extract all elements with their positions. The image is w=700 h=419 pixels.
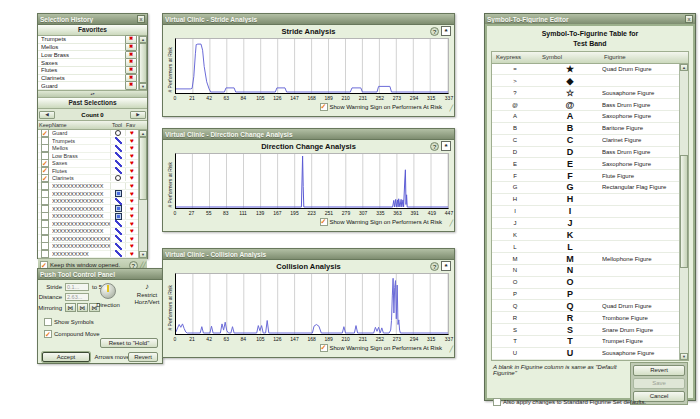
tool-cell[interactable] bbox=[110, 243, 125, 250]
scroll-up-icon[interactable]: ▲ bbox=[139, 36, 147, 43]
figurine-row[interactable]: NN bbox=[492, 265, 679, 277]
favorite-item[interactable]: Flutes✖ bbox=[38, 67, 138, 75]
distance-input[interactable]: 2.63... bbox=[65, 293, 89, 301]
resize-grip[interactable]: ╱ bbox=[449, 220, 452, 226]
push-tool-titlebar[interactable]: Push Tool Control Panel bbox=[38, 269, 162, 280]
past-selection-row[interactable]: XXXXXXXXXX♥ bbox=[38, 251, 138, 259]
fav-cell[interactable]: ♥ bbox=[125, 206, 138, 212]
apply-defaults-checkbox[interactable] bbox=[493, 398, 501, 406]
accept-button[interactable]: Accept bbox=[42, 352, 90, 362]
fav-cell[interactable]: ♥ bbox=[125, 168, 138, 174]
scroll-thumb[interactable] bbox=[139, 43, 147, 83]
tool-cell[interactable] bbox=[110, 130, 125, 136]
heart-icon[interactable]: ♥ bbox=[130, 153, 134, 159]
figurine-row[interactable]: CCClarinet Figure bbox=[492, 135, 679, 147]
tool-cell[interactable] bbox=[110, 220, 125, 227]
fav-cell[interactable]: ♥ bbox=[125, 145, 138, 151]
keep-checkbox[interactable] bbox=[41, 250, 49, 258]
stride-input[interactable]: 0.1... bbox=[65, 283, 89, 291]
collision-analysis-titlebar[interactable]: Virtual Clinic - Collision Analysis bbox=[163, 249, 454, 260]
figurine-row[interactable]: QQQuad Drum Figure bbox=[492, 300, 679, 312]
heart-icon[interactable]: ♥ bbox=[130, 236, 134, 242]
figurine-row[interactable]: =★Quad Drum Figure bbox=[492, 64, 679, 76]
figurine-row[interactable]: UUSousaphone Figure bbox=[492, 348, 679, 360]
scroll-track[interactable] bbox=[139, 43, 147, 83]
prev-selection-button[interactable]: ◀ bbox=[39, 111, 55, 119]
fav-cell[interactable]: ♥ bbox=[125, 228, 138, 234]
heart-icon[interactable]: ♥ bbox=[130, 175, 134, 181]
figurine-row[interactable]: TTTrumpet Figure bbox=[492, 336, 679, 348]
heart-icon[interactable]: ♥ bbox=[130, 251, 134, 257]
tool-cell[interactable] bbox=[110, 198, 125, 205]
mirror-horizontal-button[interactable]: ⋈ bbox=[65, 303, 76, 312]
figurine-row[interactable]: ?☆Sousaphone Figure bbox=[492, 87, 679, 99]
figurine-row[interactable]: LL bbox=[492, 241, 679, 253]
reset-to-hold-button[interactable]: Reset to "Hold" bbox=[100, 338, 158, 348]
scroll-track[interactable] bbox=[139, 137, 147, 251]
scroll-down-icon[interactable]: ▼ bbox=[139, 251, 147, 258]
figurine-row[interactable]: MMMellophone Figure bbox=[492, 253, 679, 265]
fav-cell[interactable]: ♥ bbox=[125, 221, 138, 227]
mirror-vertical-button[interactable]: ⋈ bbox=[77, 303, 88, 312]
keypress-column-header[interactable]: Keypress bbox=[492, 54, 538, 60]
tool-column-header[interactable]: Tool bbox=[112, 122, 126, 128]
figurine-column-header[interactable]: Figurine bbox=[602, 54, 679, 60]
tool-cell[interactable] bbox=[110, 137, 125, 144]
favorite-item[interactable]: Clarinets✖ bbox=[38, 75, 138, 83]
tool-cell[interactable] bbox=[110, 152, 125, 159]
show-warning-checkbox[interactable] bbox=[320, 344, 328, 352]
heart-icon[interactable]: ♥ bbox=[130, 183, 134, 189]
tool-cell[interactable] bbox=[110, 213, 125, 220]
fav-cell[interactable]: ♥ bbox=[125, 243, 138, 249]
help-icon[interactable]: ? bbox=[430, 142, 439, 151]
close-icon[interactable]: x bbox=[137, 15, 145, 23]
heart-icon[interactable]: ♥ bbox=[130, 221, 134, 227]
fav-cell[interactable]: ♥ bbox=[125, 153, 138, 159]
stride-analysis-titlebar[interactable]: Virtual Clinic - Stride Analysis bbox=[163, 14, 454, 25]
favorite-item[interactable]: Trumpets✖ bbox=[38, 36, 138, 44]
fav-cell[interactable]: ♥ bbox=[125, 183, 138, 189]
past-table-scrollbar[interactable]: ▲ ▼ bbox=[138, 130, 147, 258]
heart-icon[interactable]: ♥ bbox=[130, 206, 134, 212]
heart-icon[interactable]: ♥ bbox=[130, 160, 134, 166]
direction-change-titlebar[interactable]: Virtual Clinic - Direction Change Analys… bbox=[163, 129, 454, 140]
tool-cell[interactable] bbox=[110, 182, 125, 189]
fav-cell[interactable]: ♥ bbox=[125, 160, 138, 166]
figurine-row[interactable]: II bbox=[492, 206, 679, 218]
tool-cell[interactable] bbox=[110, 205, 125, 212]
heart-icon[interactable]: ♥ bbox=[130, 145, 134, 151]
symbol-column-header[interactable]: Symbol bbox=[538, 54, 602, 60]
heart-icon[interactable]: ♥ bbox=[130, 168, 134, 174]
tool-cell[interactable] bbox=[110, 175, 125, 181]
compound-move-checkbox[interactable] bbox=[44, 330, 52, 338]
fav-cell[interactable]: ♥ bbox=[125, 138, 138, 144]
heart-icon[interactable]: ♥ bbox=[130, 198, 134, 204]
pane-splitter[interactable]: ▴▾ bbox=[38, 91, 147, 98]
resize-grip[interactable]: ╱ bbox=[449, 346, 452, 352]
figurine-row[interactable]: EESaxophone Figure bbox=[492, 158, 679, 170]
figurine-row[interactable]: @@Bass Drum Figure bbox=[492, 99, 679, 111]
direction-dial[interactable] bbox=[100, 283, 116, 299]
heart-icon[interactable]: ♥ bbox=[130, 213, 134, 219]
revert-button[interactable]: Revert bbox=[633, 365, 685, 376]
name-column-header[interactable]: Name bbox=[52, 122, 112, 128]
fav-cell[interactable]: ♥ bbox=[125, 175, 138, 181]
fav-cell[interactable]: ♥ bbox=[125, 236, 138, 242]
figurine-row[interactable]: OO bbox=[492, 277, 679, 289]
figurine-row[interactable]: FFFlute Figure bbox=[492, 170, 679, 182]
save-button[interactable]: Save bbox=[633, 378, 685, 389]
selection-history-titlebar[interactable]: Selection History x bbox=[38, 14, 147, 25]
help-icon[interactable]: ? bbox=[430, 27, 439, 36]
figurine-row[interactable]: AASaxophone Figure bbox=[492, 111, 679, 123]
figurine-row[interactable]: RRTrombone Figure bbox=[492, 312, 679, 324]
scroll-down-icon[interactable]: ▼ bbox=[139, 83, 147, 90]
figurine-row[interactable]: KK bbox=[492, 229, 679, 241]
figurine-row[interactable]: GGRectangular Flag Figure bbox=[492, 182, 679, 194]
tool-cell[interactable] bbox=[110, 250, 125, 257]
figurine-row[interactable]: PP bbox=[492, 289, 679, 301]
figurine-row[interactable]: HH bbox=[492, 194, 679, 206]
help-icon[interactable]: ? bbox=[430, 262, 439, 271]
fav-cell[interactable]: ♥ bbox=[125, 213, 138, 219]
favorite-item[interactable]: Low Brass✖ bbox=[38, 51, 138, 59]
fav-cell[interactable]: ♥ bbox=[125, 251, 138, 257]
